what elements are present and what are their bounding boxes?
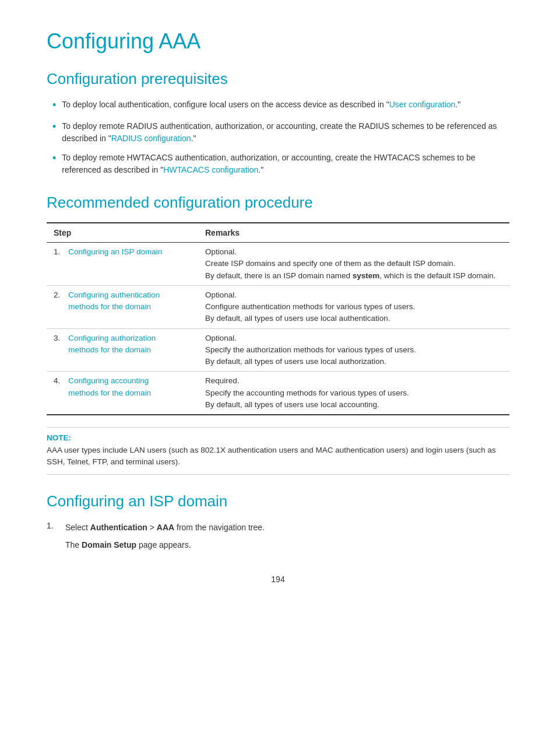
isp-domain-title: Configuring an ISP domain bbox=[47, 492, 509, 510]
bullet-text-2: To deploy remote RADIUS authentication, … bbox=[62, 120, 509, 145]
step-number-1: 1. bbox=[54, 246, 64, 258]
bullet-icon: • bbox=[52, 150, 56, 166]
note-label: NOTE: bbox=[47, 433, 509, 442]
isp-step-number: 1. bbox=[47, 521, 57, 530]
step-2-link[interactable]: Configuring authenticationmethods for th… bbox=[68, 289, 160, 313]
hwtacacs-config-link[interactable]: HWTACACS configuration bbox=[163, 165, 258, 174]
list-item: • To deploy local authentication, config… bbox=[52, 99, 509, 113]
remark-4-1: Required. bbox=[205, 375, 502, 387]
remark-1-3: By default, there is an ISP domain named… bbox=[205, 270, 502, 282]
remark-1-1: Optional. bbox=[205, 246, 502, 258]
remark-3-3: By default, all types of users use local… bbox=[205, 356, 502, 368]
radius-config-link[interactable]: RADIUS configuration bbox=[111, 134, 191, 143]
bullet-icon: • bbox=[52, 97, 56, 113]
isp-sub-step: The Domain Setup page appears. bbox=[65, 538, 509, 551]
list-item: • To deploy remote HWTACACS authenticati… bbox=[52, 152, 509, 176]
procedure-title: Recommended configuration procedure bbox=[47, 194, 509, 212]
table-row: 1. Configuring an ISP domain Optional. C… bbox=[47, 243, 509, 286]
table-row: 3. Configuring authorizationmethods for … bbox=[47, 328, 509, 372]
note-box: NOTE: AAA user types include LAN users (… bbox=[47, 427, 509, 475]
step-1-link[interactable]: Configuring an ISP domain bbox=[68, 246, 162, 258]
bullet-icon: • bbox=[52, 119, 56, 135]
isp-domain-section: 1. Select Authentication > AAA from the … bbox=[47, 521, 509, 552]
remark-3-2: Specify the authorization methods for va… bbox=[205, 344, 502, 356]
bullet-text-3: To deploy remote HWTACACS authentication… bbox=[62, 152, 509, 176]
note-text: AAA user types include LAN users (such a… bbox=[47, 444, 509, 468]
isp-step-1: 1. Select Authentication > AAA from the … bbox=[47, 521, 509, 534]
prerequisites-title: Configuration prerequisites bbox=[47, 70, 509, 88]
user-config-link[interactable]: User configuration bbox=[389, 100, 456, 109]
remark-1-2: Create ISP domains and specify one of th… bbox=[205, 258, 502, 270]
remark-3-1: Optional. bbox=[205, 332, 502, 344]
step-number-4: 4. bbox=[54, 375, 64, 387]
procedure-table: Step Remarks 1. Configuring an ISP domai… bbox=[47, 222, 509, 415]
remark-4-2: Specify the accounting methods for vario… bbox=[205, 387, 502, 399]
table-row: 2. Configuring authenticationmethods for… bbox=[47, 285, 509, 328]
aaa-bold: AAA bbox=[157, 523, 174, 532]
remark-2-2: Configure authentication methods for var… bbox=[205, 301, 502, 313]
col-step: Step bbox=[47, 223, 198, 243]
step-number-3: 3. bbox=[54, 332, 64, 344]
col-remarks: Remarks bbox=[198, 223, 509, 243]
page-number: 194 bbox=[47, 575, 509, 584]
remark-2-1: Optional. bbox=[205, 289, 502, 301]
auth-bold: Authentication bbox=[90, 523, 147, 532]
page-title: Configuring AAA bbox=[47, 29, 509, 54]
step-3-link[interactable]: Configuring authorizationmethods for the… bbox=[68, 332, 156, 356]
step-4-link[interactable]: Configuring accountingmethods for the do… bbox=[68, 375, 151, 399]
table-row: 4. Configuring accountingmethods for the… bbox=[47, 372, 509, 415]
remark-4-3: By default, all types of users use local… bbox=[205, 399, 502, 411]
domain-setup-bold: Domain Setup bbox=[82, 540, 136, 550]
step-number-2: 2. bbox=[54, 289, 64, 301]
prerequisites-list: • To deploy local authentication, config… bbox=[47, 99, 509, 176]
isp-step-text: Select Authentication > AAA from the nav… bbox=[65, 521, 265, 534]
bullet-text-1: To deploy local authentication, configur… bbox=[62, 99, 460, 111]
remark-2-3: By default, all types of users use local… bbox=[205, 313, 502, 324]
list-item: • To deploy remote RADIUS authentication… bbox=[52, 120, 509, 145]
